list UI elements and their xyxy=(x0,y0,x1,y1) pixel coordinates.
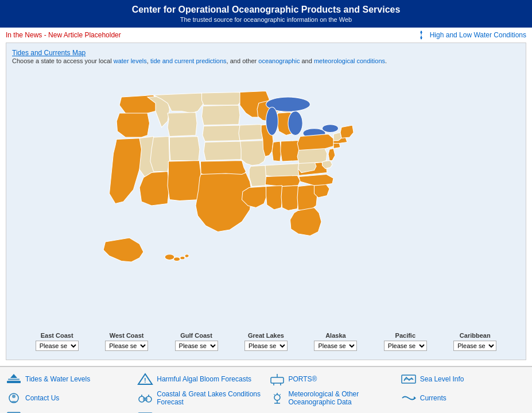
svg-point-31 xyxy=(288,111,302,136)
svg-marker-63 xyxy=(10,374,17,378)
svg-point-60 xyxy=(185,254,189,258)
pacific-group: Pacific Please se xyxy=(384,332,427,351)
svg-point-73 xyxy=(12,395,15,398)
news-link[interactable]: In the News - New Article Placeholder xyxy=(6,31,121,39)
alaska-select[interactable]: Please se xyxy=(314,341,357,351)
svg-line-83 xyxy=(274,394,275,395)
svg-marker-12 xyxy=(170,137,200,161)
contact-icon xyxy=(6,392,22,404)
gulf-coast-select[interactable]: Please se xyxy=(175,341,218,351)
currents-label: Currents xyxy=(420,394,446,402)
sea-level-icon xyxy=(401,373,417,385)
gulf-coast-group: Gulf Coast Please se xyxy=(175,332,218,351)
svg-marker-85 xyxy=(414,396,416,400)
harmful-algal-label: Harmful Algal Bloom Forecasts xyxy=(157,375,251,383)
svg-marker-19 xyxy=(204,141,242,161)
pacific-select[interactable]: Please se xyxy=(384,341,427,351)
gulf-coast-label: Gulf Coast xyxy=(180,332,212,339)
tides-label: Tides & Water Levels xyxy=(25,375,90,383)
water-conditions-link[interactable]: High and Low Water Conditions xyxy=(430,31,526,39)
west-coast-select[interactable]: Please se xyxy=(105,341,148,351)
coastal-forecast-label: Coastal & Great Lakes Conditions Forecas… xyxy=(157,390,263,406)
svg-marker-15 xyxy=(168,161,201,201)
meteorological-label: Meteorological & Other Oceanographic Dat… xyxy=(289,390,395,406)
site-header: Center for Operational Oceanographic Pro… xyxy=(0,0,532,28)
news-left: In the News - New Article Placeholder xyxy=(6,31,121,39)
svg-rect-76 xyxy=(143,398,147,400)
water-conditions[interactable]: High and Low Water Conditions xyxy=(415,30,526,40)
svg-marker-13 xyxy=(150,137,170,172)
svg-marker-17 xyxy=(202,105,240,125)
pacific-label: Pacific xyxy=(395,332,415,339)
footer-grid: Tides & Water Levels ! Harmful Algal Blo… xyxy=(6,373,526,413)
news-bar: In the News - New Article Placeholder Hi… xyxy=(0,28,532,43)
svg-marker-38 xyxy=(249,165,266,186)
great-lakes-select[interactable]: Please se xyxy=(244,341,288,351)
svg-marker-34 xyxy=(272,141,281,161)
svg-point-33 xyxy=(323,125,339,133)
news-icon xyxy=(6,411,22,413)
west-coast-label: West Coast xyxy=(110,332,144,339)
contact-label: Contact Us xyxy=(25,394,59,402)
coastal-forecast-link[interactable]: Coastal & Great Lakes Conditions Forecas… xyxy=(137,390,263,406)
tide-icon xyxy=(415,30,427,40)
svg-marker-41 xyxy=(281,186,299,210)
map-title-link[interactable]: Tides and Currents Map xyxy=(12,49,86,57)
site-subtitle: The trusted source for oceanographic inf… xyxy=(6,16,526,23)
us-map-area[interactable]: .state-orange { fill: #E8901A; stroke: #… xyxy=(12,65,520,329)
caribbean-label: Caribbean xyxy=(460,332,491,339)
svg-point-58 xyxy=(174,257,180,261)
dropdowns-container: East Coast Please se West Coast Please s… xyxy=(12,329,520,354)
ports-icon xyxy=(269,373,285,385)
svg-marker-50 xyxy=(297,134,334,150)
svg-marker-11 xyxy=(168,113,197,137)
svg-marker-40 xyxy=(266,186,283,210)
svg-point-57 xyxy=(165,254,174,260)
site-title: Center for Operational Oceanographic Pro… xyxy=(6,5,526,15)
svg-marker-37 xyxy=(263,176,300,187)
alaska-label: Alaska xyxy=(325,332,345,339)
svg-rect-61 xyxy=(7,381,21,383)
binoculars-icon xyxy=(137,392,153,404)
svg-point-79 xyxy=(274,395,280,400)
svg-marker-6 xyxy=(117,113,149,137)
east-coast-label: East Coast xyxy=(41,332,73,339)
svg-point-30 xyxy=(266,107,278,136)
svg-marker-16 xyxy=(202,92,242,105)
buoy-icon xyxy=(269,392,285,404)
meteorological-link[interactable]: Meteorological & Other Oceanographic Dat… xyxy=(269,390,395,406)
news-link[interactable]: News xyxy=(6,411,131,413)
map-section: Tides and Currents Map Choose a state to… xyxy=(6,43,526,360)
svg-marker-3 xyxy=(420,37,422,40)
alaska-group: Alaska Please se xyxy=(314,332,357,351)
great-lakes-group: Great Lakes Please se xyxy=(244,332,288,351)
warning-icon: ! xyxy=(137,373,153,385)
east-coast-select[interactable]: Please se xyxy=(36,341,79,351)
footer: Tides & Water Levels ! Harmful Algal Blo… xyxy=(0,366,532,413)
west-coast-group: West Coast Please se xyxy=(105,332,148,351)
web-services-link[interactable]: Web Services xyxy=(137,411,263,413)
svg-marker-23 xyxy=(239,125,264,141)
east-coast-group: East Coast Please se xyxy=(36,332,79,351)
svg-rect-62 xyxy=(8,379,20,380)
us-map-svg[interactable]: .state-orange { fill: #E8901A; stroke: #… xyxy=(12,65,520,306)
sea-level-label: Sea Level Info xyxy=(420,375,464,383)
tides-icon xyxy=(6,373,22,385)
great-lakes-label: Great Lakes xyxy=(248,332,284,339)
map-description: Choose a state to access your local wate… xyxy=(12,57,387,64)
harmful-algal-link[interactable]: ! Harmful Algal Bloom Forecasts xyxy=(137,373,263,385)
svg-line-84 xyxy=(279,394,281,395)
svg-marker-1 xyxy=(420,30,422,33)
tides-water-link[interactable]: Tides & Water Levels xyxy=(6,373,131,385)
contact-us-link[interactable]: Contact Us xyxy=(6,390,131,406)
caribbean-group: Caribbean Please se xyxy=(453,332,496,351)
currents-link[interactable]: Currents xyxy=(401,390,526,406)
web-services-icon xyxy=(137,411,153,413)
svg-rect-66 xyxy=(271,377,284,383)
ports-label: PORTS® xyxy=(289,375,317,383)
caribbean-select[interactable]: Please se xyxy=(453,341,496,351)
sea-level-link[interactable]: Sea Level Info xyxy=(401,373,526,385)
svg-marker-18 xyxy=(203,125,241,141)
ports-link[interactable]: PORTS® xyxy=(269,373,395,385)
currents-icon xyxy=(401,392,417,404)
